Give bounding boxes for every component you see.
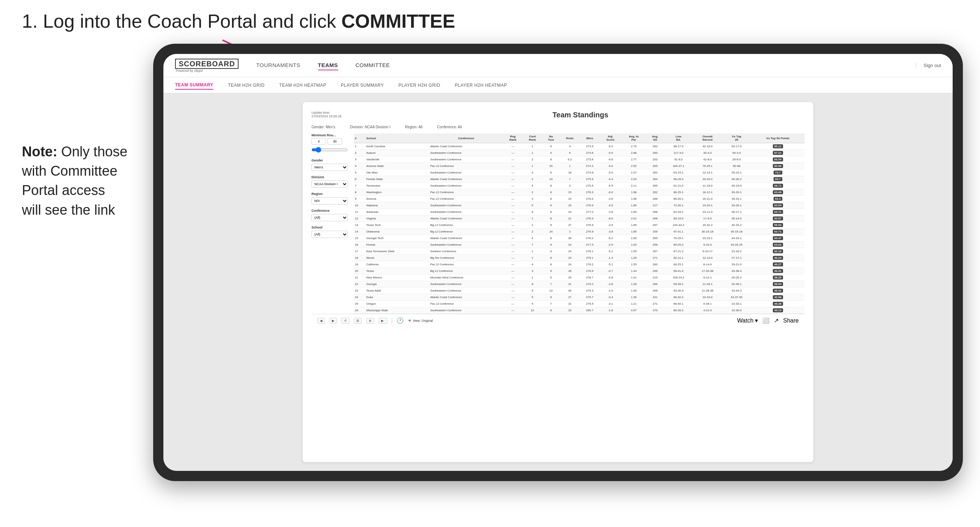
cell-vs25: 39-6-0 — [722, 156, 751, 163]
cell-no-tour: 8 — [542, 156, 560, 163]
cell-rnds: 24 — [560, 261, 579, 268]
cell-school: Texas — [365, 268, 429, 275]
cell-avg-sg: 262 — [646, 189, 664, 196]
cell-school: New Mexico — [365, 275, 429, 281]
cell-low-rd: 117-4.0 — [664, 150, 693, 156]
cell-avg-sg: 268 — [646, 209, 664, 215]
school-filter-label: School — [312, 225, 348, 229]
cell-reg-rank: — — [503, 275, 523, 281]
table-row: 8 Washington Pac-12 Conference — 2 8 23 … — [354, 189, 805, 196]
cell-avg-sg: 265 — [646, 183, 664, 189]
nav-committee[interactable]: COMMITTEE — [356, 60, 390, 70]
cell-low-rd: 87-21-2 — [664, 248, 693, 255]
cell-avg-sg: 262 — [646, 143, 664, 150]
cell-avg-par: 0.97 — [621, 307, 646, 314]
cell-reg-rank: — — [503, 287, 523, 294]
cell-avg-sg: 267 — [646, 222, 664, 229]
cell-rank: 21 — [354, 275, 365, 281]
school-filter-select[interactable]: (All) — [312, 231, 348, 238]
cell-reg-rank: — — [503, 143, 523, 150]
toolbar-grid[interactable]: ⊞ — [354, 318, 362, 324]
cell-avg-sg: 203 — [646, 156, 664, 163]
cell-vs50: 40.24 — [751, 255, 805, 261]
cell-school: Texas Tech — [365, 222, 429, 229]
toolbar-forward[interactable]: ▶ — [329, 318, 337, 324]
cell-avg-par: 2.37 — [621, 170, 646, 176]
cell-avg-par: 2.52 — [621, 163, 646, 170]
watch-label[interactable]: Watch ▾ — [737, 317, 758, 324]
conference-filter-label: Conference — [312, 209, 348, 213]
cell-reg-rank: — — [503, 261, 523, 268]
region-filter-select[interactable]: N/A — [312, 197, 348, 205]
cell-wins: 277.0 — [580, 209, 600, 215]
sign-out-button[interactable]: Sign out — [916, 63, 941, 68]
nav-tournaments[interactable]: TOURNAMENTS — [256, 60, 300, 70]
cell-avg-sg: 270 — [646, 307, 664, 314]
sub-nav-player-summary[interactable]: PLAYER SUMMARY — [341, 81, 384, 89]
cell-avg-par: 1.39 — [621, 294, 646, 301]
min-rounds-max-input[interactable] — [328, 138, 342, 145]
min-rounds-slider[interactable] — [312, 147, 348, 153]
conference-filter-select[interactable]: (All) — [312, 214, 348, 221]
cell-wins: 273.6 — [580, 150, 600, 156]
cell-avg-sg: 267 — [646, 248, 664, 255]
sub-nav-team-h2h-heatmap[interactable]: TEAM H2H HEATMAP — [279, 81, 326, 89]
cell-vs50: 60.71 — [751, 229, 805, 235]
region-label: Region: — [405, 125, 417, 129]
toolbar-play[interactable]: ▶· — [379, 318, 387, 324]
nav-teams[interactable]: TEAMS — [318, 60, 338, 70]
cell-rnds: 21 — [560, 215, 579, 222]
cell-wins: 280.7 — [580, 307, 600, 314]
cell-wins: 278.9 — [580, 268, 600, 275]
cell-conference: Pac-12 Conference — [429, 261, 503, 268]
cell-adj-score: -4.4 — [600, 176, 621, 183]
table-row: 10 Alabama Southeastern Conference — 5 8… — [354, 202, 805, 209]
cell-overall: 15-32-2 — [693, 222, 722, 229]
cell-conference: Atlantic Coast Conference — [429, 176, 503, 183]
cell-avg-sg: 262 — [646, 170, 664, 176]
instruction-bold: COMMITTEE — [341, 11, 455, 32]
sub-nav-team-h2h-grid[interactable]: TEAM H2H GRID — [228, 81, 265, 89]
cell-conference: Southeastern Conference — [429, 307, 503, 314]
col-reg-rank: RegRank — [503, 133, 523, 143]
cell-rnds: 21 — [560, 281, 579, 287]
sub-nav-player-h2h-grid[interactable]: PLAYER H2H GRID — [398, 81, 440, 89]
cell-overall: 10-23-0 — [693, 294, 722, 301]
cell-vs50: 68.71 — [751, 183, 805, 189]
table-row: 12 Virginia Atlantic Coast Conference — … — [354, 215, 805, 222]
cell-vs25: 27-17-1 — [722, 255, 751, 261]
table-row: 2 Auburn Southeastern Conference — 1 9 6… — [354, 150, 805, 156]
division-filter-select[interactable]: NCAA Division I — [312, 180, 348, 188]
col-vs25: Vs Top25 — [722, 133, 751, 143]
cell-vs50: 73.7 — [751, 170, 805, 176]
cell-vs50: 69.7 — [751, 176, 805, 183]
cell-school: California — [365, 261, 429, 268]
cell-low-rd: 109-24.2 — [664, 275, 693, 281]
sub-nav-team-summary[interactable]: TEAM SUMMARY — [175, 81, 213, 90]
toolbar-add[interactable]: ⊕ — [366, 318, 374, 324]
cell-reg-rank: — — [503, 176, 523, 183]
share-label[interactable]: Share — [783, 317, 799, 324]
toolbar-refresh[interactable]: ↺ — [341, 318, 349, 324]
cell-low-rd: 82-21.1 — [664, 255, 693, 261]
gender-filter-select[interactable]: Men's — [312, 163, 348, 171]
sub-nav-player-h2h-heatmap[interactable]: PLAYER H2H HEATMAP — [455, 81, 507, 89]
cell-rank: 12 — [354, 215, 365, 222]
data-table: # School Conference RegRank ConfRank NoT… — [354, 133, 805, 314]
cell-reg-rank: — — [503, 222, 523, 229]
cell-adj-score: -4.8 — [600, 156, 621, 163]
step-instruction: 1. Log into the Coach Portal and click C… — [22, 10, 455, 32]
cell-reg-rank: — — [503, 209, 523, 215]
cell-vs50: 60.16 — [751, 248, 805, 255]
cell-rank: 17 — [354, 248, 365, 255]
cell-avg-sg: 268 — [646, 196, 664, 202]
cell-school: Washington — [365, 189, 429, 196]
cell-rnds: 7 — [560, 176, 579, 183]
toolbar-back[interactable]: ◀ — [317, 318, 325, 324]
cell-avg-par: 2.11 — [621, 183, 646, 189]
min-rounds-min-input[interactable] — [312, 138, 326, 145]
cell-adj-score: -1.8 — [600, 307, 621, 314]
cell-vs25: 23-18-2 — [722, 248, 751, 255]
cell-rnds: 24 — [560, 241, 579, 248]
view-original[interactable]: 👁 View: Original — [408, 319, 433, 322]
